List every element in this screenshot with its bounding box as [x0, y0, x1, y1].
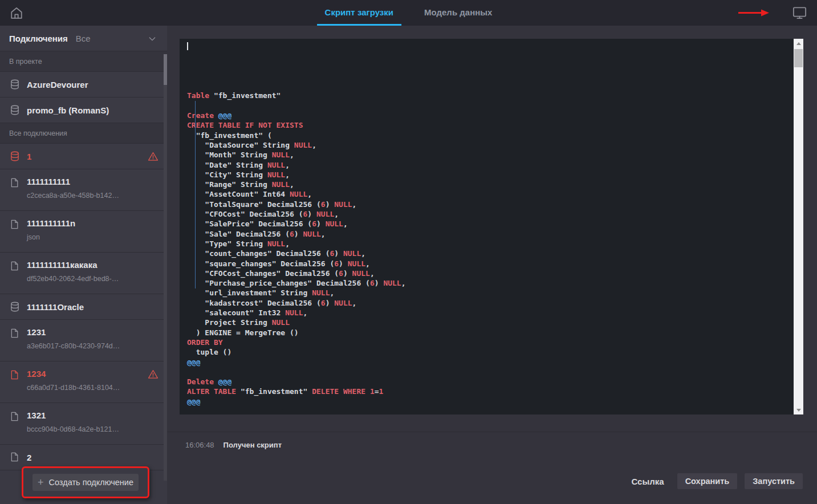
home-icon[interactable]	[9, 5, 25, 21]
code-line: CREATE TABLE IF NOT EXISTS	[187, 120, 794, 130]
sidebar-section-label: Все подключения	[0, 123, 167, 144]
editor-scrollbar[interactable]	[794, 39, 803, 414]
editor-actions: Ссылка Сохранить Запустить	[631, 473, 803, 489]
topbar: Скрипт загрузки Модель данных	[0, 0, 817, 26]
code-line: "square_changes" Decimal256 (6) NULL,	[187, 259, 794, 269]
code-line: ALTER TABLE "fb_investment" DELETE WHERE…	[187, 387, 794, 396]
monitor-icon[interactable]	[791, 5, 808, 21]
code-line: Project String NULL	[187, 318, 794, 327]
connection-name: promo_fb (RomanS)	[27, 105, 109, 115]
connection-item[interactable]: 1321bccc904b-0d68-4a2e-b121…	[0, 403, 167, 445]
file-icon	[9, 411, 21, 422]
code-line: "kadastrcost" Decimal256 (6) NULL,	[187, 298, 794, 308]
connection-name: 1234	[27, 369, 120, 379]
code-line: ORDER BY	[187, 338, 794, 347]
connection-subtitle: c66a0d71-d18b-4361-8104…	[27, 384, 120, 392]
tab-load-script[interactable]: Скрипт загрузки	[317, 0, 401, 26]
scrollbar-down-arrow[interactable]	[794, 405, 803, 414]
connection-name: 1111111111какака	[27, 260, 119, 270]
code-line: "AssetCount" Int64 NULL,	[187, 189, 794, 199]
connection-item[interactable]: 1231a3e6b017-c80b-4230-974d…	[0, 320, 167, 361]
connection-item[interactable]: 1111111111какакаdf52eb40-2062-4edf-bed8-…	[0, 253, 167, 294]
status-divider	[167, 432, 817, 432]
create-connection-highlight-box: + Создать подключение	[22, 466, 149, 498]
status-message: Получен скрипт	[223, 441, 282, 449]
database-icon	[9, 151, 21, 162]
code-line: "Month" String NULL,	[187, 150, 794, 160]
code-line: ) ENGINE = MergeTree ()	[187, 328, 794, 338]
save-button[interactable]: Сохранить	[677, 473, 738, 489]
red-arrow-annotation	[737, 8, 770, 20]
code-line: "SalePrice" Decimal256 (6) NULL,	[187, 219, 794, 229]
file-icon	[9, 177, 21, 189]
tab-bar: Скрипт загрузки Модель данных	[317, 0, 501, 26]
connection-subtitle: df52eb40-2062-4edf-bed8-…	[27, 275, 119, 283]
sidebar-scrollbar-thumb[interactable]	[164, 54, 167, 85]
connection-name: 2	[27, 453, 31, 462]
code-area[interactable]: Table "fb_investment" Create @@@CREATE T…	[180, 39, 794, 414]
code-line: "salecount" Int32 NULL,	[187, 308, 794, 318]
code-line: "count_changes" Decimal256 (6) NULL,	[187, 249, 794, 258]
connection-name: AzureDevourer	[27, 80, 88, 90]
indent-guide	[195, 101, 196, 288]
code-line	[187, 81, 794, 91]
connection-item[interactable]: 1234c66a0d71-d18b-4361-8104…	[0, 361, 167, 403]
sidebar-scrollbar[interactable]	[164, 54, 167, 481]
code-line: @@@	[187, 397, 794, 407]
code-line: @@@	[187, 357, 794, 367]
code-line: "City" String NULL,	[187, 170, 794, 180]
file-icon	[9, 328, 21, 339]
link-button[interactable]: Ссылка	[631, 477, 664, 486]
sidebar-header: Подключения Все	[0, 26, 167, 51]
connection-item[interactable]: 1	[0, 144, 167, 169]
connection-subtitle: bccc904b-0d68-4a2e-b121…	[27, 425, 119, 433]
connection-item[interactable]: 1111111Oracle	[0, 294, 167, 320]
connection-name: 1111111Oracle	[27, 302, 84, 312]
run-button[interactable]: Запустить	[745, 473, 803, 489]
code-line: "CFOCost" Decimal256 (6) NULL,	[187, 209, 794, 219]
tab-data-model[interactable]: Модель данных	[416, 0, 500, 26]
code-line: "CFOCost_changes" Decimal256 (6) NULL,	[187, 269, 794, 278]
file-icon	[9, 219, 21, 230]
connections-sidebar: Подключения Все В проектеAzureDevourerpr…	[0, 26, 167, 504]
file-icon	[9, 452, 21, 463]
code-line: "Purchase_price_changes" Decimal256 (6) …	[187, 278, 794, 288]
connection-name: 1	[27, 152, 31, 161]
text-caret	[187, 42, 188, 50]
file-icon	[9, 261, 21, 272]
code-line: "TotalSquare" Decimal256 (6) NULL,	[187, 200, 794, 209]
code-line: "Range" String NULL,	[187, 180, 794, 189]
code-line: "url_investment" String NULL,	[187, 288, 794, 298]
connection-name: 1231	[27, 327, 120, 337]
status-timestamp: 16:06:48	[185, 441, 214, 449]
code-line	[187, 407, 794, 414]
connection-item[interactable]: 1111111111njson	[0, 211, 167, 253]
code-line: Table "fb_investment"	[187, 91, 794, 100]
database-icon	[9, 301, 21, 312]
code-line: "Type" String NULL,	[187, 239, 794, 249]
file-icon	[9, 369, 21, 381]
script-editor[interactable]: Table "fb_investment" Create @@@CREATE T…	[180, 39, 794, 414]
connection-item[interactable]: AzureDevourer	[0, 72, 167, 97]
scrollbar-up-arrow[interactable]	[794, 39, 803, 48]
code-line: "Sale" Decimal256 (6) NULL,	[187, 229, 794, 239]
editor-scrollbar-thumb[interactable]	[794, 49, 803, 67]
code-line: "Date" String NULL,	[187, 160, 794, 170]
connection-subtitle: json	[27, 233, 75, 241]
main-panel: Table "fb_investment" Create @@@CREATE T…	[167, 26, 817, 504]
code-line: Create @@@	[187, 111, 794, 120]
create-connection-button[interactable]: + Создать подключение	[32, 474, 139, 491]
connection-item[interactable]: promo_fb (RomanS)	[0, 97, 167, 123]
chevron-down-icon[interactable]	[148, 34, 157, 43]
connection-item[interactable]: 1111111111c2ceca8a-a50e-458b-b142…	[0, 169, 167, 211]
code-line: Delete @@@	[187, 377, 794, 387]
connection-name: 1321	[27, 410, 119, 420]
code-line: tuple ()	[187, 347, 794, 357]
connections-list: В проектеAzureDevourerpromo_fb (RomanS)В…	[0, 51, 167, 470]
connection-name: 1111111111n	[27, 218, 75, 228]
connections-filter-dropdown[interactable]: Все	[76, 34, 91, 43]
sidebar-section-label: В проекте	[0, 51, 167, 72]
plus-icon: +	[38, 477, 44, 487]
connection-name: 1111111111	[27, 177, 119, 186]
code-line: "fb_investment" (	[187, 131, 794, 140]
